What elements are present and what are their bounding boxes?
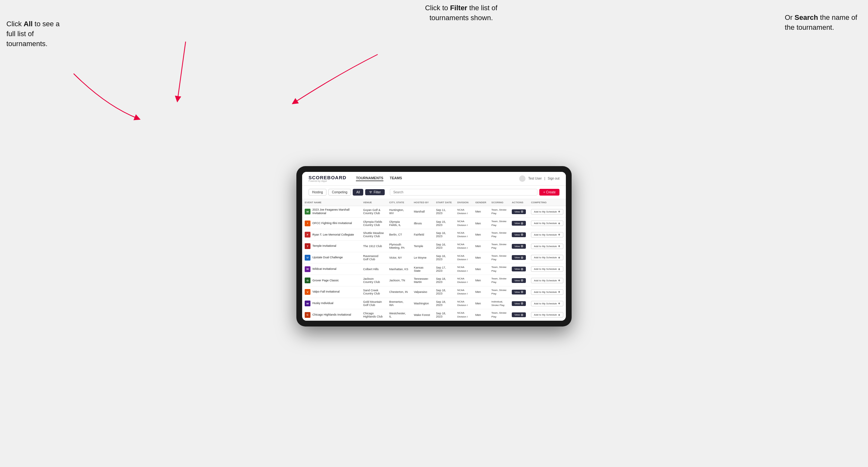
table-row: C Chicago Highlands Invitational Chicago… <box>302 309 566 321</box>
cell-hosted-by: Valparaiso <box>411 286 433 298</box>
cell-division: NCAA Division I <box>455 206 473 217</box>
cell-event-name: G Grover Page Classic <box>302 275 361 286</box>
add-schedule-button[interactable]: Add to My Schedule <box>531 301 563 306</box>
nav-teams[interactable]: TEAMS <box>390 176 402 181</box>
nav-tournaments[interactable]: TOURNAMENTS <box>356 176 383 181</box>
cell-gender: Men <box>473 252 489 263</box>
cell-start-date: Sep 11, 2023 <box>433 206 455 217</box>
tab-hosting[interactable]: Hosting <box>309 189 327 195</box>
view-icon <box>521 291 523 293</box>
cell-competing: Add to My Schedule <box>528 275 566 286</box>
cell-competing: Add to My Schedule <box>528 252 566 263</box>
plus-icon <box>558 222 560 225</box>
team-logo: C <box>305 312 310 318</box>
team-logo: G <box>305 278 310 283</box>
svg-point-24 <box>522 269 522 269</box>
cell-actions: View <box>509 252 528 263</box>
cell-competing: Add to My Schedule <box>528 263 566 275</box>
cell-city-state: Berlin, CT <box>386 229 411 240</box>
cell-actions: View <box>509 229 528 240</box>
view-icon <box>521 210 523 213</box>
view-button[interactable]: View <box>512 232 526 237</box>
svg-point-20 <box>522 257 522 258</box>
signout-link[interactable]: Sign out <box>548 177 559 180</box>
table-row: I OFCC Fighting Illini Invitational Olym… <box>302 218 566 229</box>
cell-division: NCAA Division I <box>455 218 473 229</box>
team-logo: U <box>305 255 310 260</box>
view-icon <box>521 256 523 259</box>
add-schedule-button[interactable]: Add to My Schedule <box>531 289 563 295</box>
cell-start-date: Sep 18, 2023 <box>433 286 455 298</box>
plus-icon <box>558 245 560 247</box>
cell-start-date: Sep 17, 2023 <box>433 263 455 275</box>
add-schedule-button[interactable]: Add to My Schedule <box>531 278 563 283</box>
cell-hosted-by: Washington <box>411 298 433 309</box>
add-schedule-button[interactable]: Add to My Schedule <box>531 232 563 238</box>
annotation-all: Click All to see a full list of tourname… <box>6 19 70 49</box>
tab-all[interactable]: All <box>353 189 363 195</box>
col-scoring: SCORING <box>489 199 509 206</box>
cell-event-name: I OFCC Fighting Illini Invitational <box>302 218 361 229</box>
app-header: SCOREBOARD Powered by clippd TOURNAMENTS… <box>302 172 566 186</box>
cell-competing: Add to My Schedule <box>528 229 566 240</box>
add-schedule-button[interactable]: Add to My Schedule <box>531 255 563 260</box>
view-button[interactable]: View <box>512 312 526 317</box>
header-right: Test User | Sign out <box>519 176 559 182</box>
logo-area: SCOREBOARD Powered by clippd <box>309 175 346 182</box>
filter-button[interactable]: Filter <box>365 189 384 195</box>
table-row: G Grover Page Classic Jackson Country Cl… <box>302 275 566 286</box>
cell-division: NCAA Division I <box>455 275 473 286</box>
tab-competing[interactable]: Competing <box>329 189 351 195</box>
col-start-date: START DATE <box>433 199 455 206</box>
view-button[interactable]: View <box>512 301 526 306</box>
cell-event-name: W Husky Individual <box>302 298 361 309</box>
table-row: T Temple Invitational The 1912 Club Plym… <box>302 240 566 252</box>
search-input[interactable] <box>390 189 538 195</box>
cell-competing: Add to My Schedule <box>528 218 566 229</box>
view-button[interactable]: View <box>512 221 526 226</box>
plus-icon <box>558 256 560 259</box>
cell-hosted-by: Le Moyne <box>411 252 433 263</box>
annotation-search: Or Search the name of the tournament. <box>785 13 862 33</box>
add-schedule-button[interactable]: Add to My Schedule <box>531 266 563 272</box>
cell-event-name: U Upstate Dual Challenge <box>302 252 361 263</box>
svg-point-28 <box>522 280 522 281</box>
cell-competing: Add to My Schedule <box>528 240 566 252</box>
event-name-text: Chicago Highlands Invitational <box>312 313 351 317</box>
cell-city-state: Plymouth Meeting, PA <box>386 240 411 252</box>
event-name-text: OFCC Fighting Illini Invitational <box>312 221 352 225</box>
cell-city-state: Bremerton, WA <box>386 298 411 309</box>
cell-scoring: Team, Stroke Play <box>489 206 509 217</box>
view-button[interactable]: View <box>512 255 526 260</box>
view-button[interactable]: View <box>512 209 526 214</box>
view-button[interactable]: View <box>512 244 526 249</box>
cell-actions: View <box>509 218 528 229</box>
table-row: W Husky Individual Gold Mountain Golf Cl… <box>302 298 566 309</box>
view-button[interactable]: View <box>512 267 526 272</box>
team-logo: F <box>305 232 310 238</box>
cell-scoring: Team, Stroke Play <box>489 275 509 286</box>
add-schedule-button[interactable]: Add to My Schedule <box>531 244 563 249</box>
add-schedule-button[interactable]: Add to My Schedule <box>531 209 563 214</box>
col-venue: VENUE <box>361 199 386 206</box>
cell-scoring: Team, Stroke Play <box>489 263 509 275</box>
col-competing: COMPETING <box>528 199 566 206</box>
annotation-filter: Click to Filter the list of tournaments … <box>407 3 516 23</box>
add-schedule-button[interactable]: Add to My Schedule <box>531 312 563 317</box>
cell-venue: Olympia Fields Country Club <box>361 218 386 229</box>
create-button[interactable]: + Create <box>539 189 559 195</box>
cell-hosted-by: Marshall <box>411 206 433 217</box>
plus-icon <box>558 302 560 305</box>
view-icon <box>521 222 523 225</box>
cell-event-name: W Wildcat Invitational <box>302 263 361 275</box>
cell-actions: View <box>509 286 528 298</box>
separator: | <box>545 177 546 180</box>
cell-division: NCAA Division I <box>455 286 473 298</box>
cell-venue: Guyan Golf & Country Club <box>361 206 386 217</box>
cell-scoring: Team, Stroke Play <box>489 218 509 229</box>
cell-competing: Add to My Schedule <box>528 286 566 298</box>
cell-hosted-by: Fairfield <box>411 229 433 240</box>
view-button[interactable]: View <box>512 278 526 283</box>
view-button[interactable]: View <box>512 290 526 294</box>
add-schedule-button[interactable]: Add to My Schedule <box>531 221 563 226</box>
